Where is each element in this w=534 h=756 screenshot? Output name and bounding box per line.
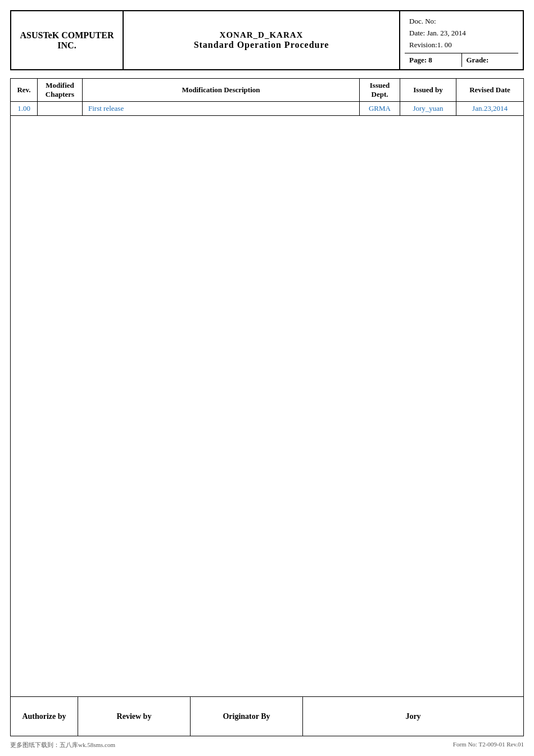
company-info: ASUSTeK COMPUTER INC. — [11, 11, 123, 70]
footer-signer: Jory — [303, 697, 524, 736]
doc-date: Date: Jan. 23, 2014 — [409, 28, 514, 39]
footer-originator-by: Originator By — [191, 697, 303, 736]
col-header-description: Modification Description — [83, 79, 360, 102]
bottom-note: 更多图纸下载到：五八库wk.58sms.com Form No: T2-009-… — [10, 740, 524, 750]
row-issued-by: Jory_yuan — [400, 102, 456, 116]
content-area — [10, 116, 524, 696]
table-row: 1.00 First release GRMA Jory_yuan Jan.23… — [11, 102, 524, 116]
bottom-left: 更多图纸下载到：五八库wk.58sms.com — [10, 741, 115, 749]
sop-title: Standard Operation Procedure — [128, 40, 395, 50]
footer-table: Authorize by Review by Originator By Jor… — [10, 696, 524, 736]
footer-review-by: Review by — [78, 697, 191, 736]
col-header-rev: Rev. — [11, 79, 38, 102]
doc-grade: Grade: — [462, 53, 519, 67]
revision-table: Rev. Modified Chapters Modification Desc… — [10, 78, 524, 116]
col-header-modified: Modified Chapters — [38, 79, 83, 102]
row-modified-chapters — [38, 102, 83, 116]
col-header-issued-by: Issued by — [400, 79, 456, 102]
doc-metadata: Doc. No: Date: Jan. 23, 2014 Revision:1.… — [400, 11, 523, 70]
row-rev: 1.00 — [11, 102, 38, 116]
row-revised-date: Jan.23,2014 — [456, 102, 524, 116]
company-line1: ASUSTeK COMPUTER — [16, 30, 118, 40]
product-title: XONAR_D_KARAX — [128, 30, 395, 40]
col-header-revised-date: Revised Date — [456, 79, 524, 102]
document-title: XONAR_D_KARAX Standard Operation Procedu… — [123, 11, 400, 70]
row-description: First release — [83, 102, 360, 116]
doc-page: Page: 8 — [405, 53, 462, 67]
header-table: ASUSTeK COMPUTER INC. XONAR_D_KARAX Stan… — [10, 10, 524, 70]
footer-authorize-by: Authorize by — [11, 697, 78, 736]
row-dept: GRMA — [360, 102, 400, 116]
doc-revision: Revision:1. 00 — [409, 39, 514, 51]
bottom-right: Form No: T2-009-01 Rev.01 — [453, 741, 524, 749]
col-header-dept: IssuedDept. — [360, 79, 400, 102]
doc-no: Doc. No: — [409, 16, 514, 28]
company-line2: INC. — [16, 40, 118, 51]
